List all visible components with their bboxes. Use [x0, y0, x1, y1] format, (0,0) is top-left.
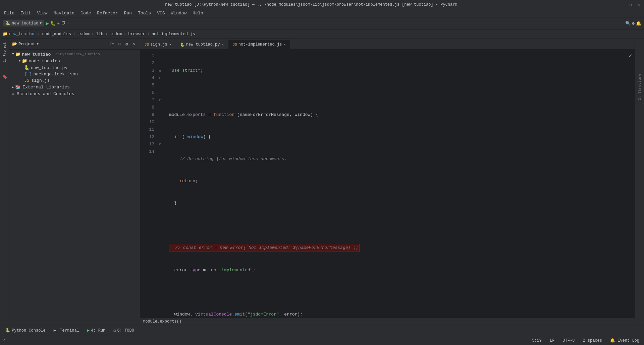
- more-run-button[interactable]: ⋮: [67, 21, 71, 26]
- menu-file[interactable]: File: [1, 10, 17, 16]
- run-button[interactable]: ▶: [46, 20, 49, 27]
- breadcrumb-filename[interactable]: not-implemented.js: [152, 32, 195, 37]
- code-content[interactable]: "use strict"; module.exports = function …: [164, 50, 635, 318]
- menu-code[interactable]: Code: [78, 10, 94, 16]
- python-console-label: Python Console: [12, 328, 46, 333]
- tab-not-implemented-label: not-implemented.js: [238, 42, 282, 47]
- project-label: 1: Project: [3, 42, 6, 62]
- main-area: 1: Project 🔖 📂 Project ▼ ⟳ ⊟ ⚙ ✕: [0, 39, 644, 325]
- fold-4[interactable]: ⊟: [157, 74, 164, 82]
- breadcrumb-jsdom2[interactable]: jsdom: [110, 32, 122, 37]
- structure-panel-button[interactable]: 2: Structure: [638, 72, 642, 101]
- breadcrumb-browser[interactable]: browser: [128, 32, 145, 37]
- breadcrumb-root[interactable]: new_tuotiao: [9, 32, 36, 37]
- collapse-all-button[interactable]: ⊟: [116, 41, 122, 47]
- sync-button[interactable]: ⟳: [109, 41, 115, 47]
- root-path: D:\Python\new_tuotiao: [53, 52, 100, 56]
- tree-node-modules[interactable]: ▼ 📁 node_modules: [9, 58, 140, 64]
- project-tool-button[interactable]: 1: Project: [0, 40, 9, 64]
- todo-button[interactable]: ☑ 6: TODO: [111, 327, 137, 334]
- fold-9: [157, 111, 164, 119]
- tab-sign-js-close[interactable]: ✕: [169, 43, 171, 47]
- fold-13[interactable]: ⊟: [157, 141, 164, 148]
- line-num-4: 4: [140, 74, 154, 82]
- cursor-position[interactable]: 5:19: [530, 338, 544, 344]
- settings-button[interactable]: ⚙: [632, 21, 635, 26]
- structure-side-button[interactable]: [0, 81, 9, 85]
- code-line-5: // Do nothing |for window-less documents…: [169, 155, 635, 163]
- encoding[interactable]: UTF-8: [560, 338, 577, 344]
- code-editor[interactable]: ✓ 1 2 3 4 5 6 7 8 9 10 11 12 13 14: [140, 50, 635, 318]
- package-lock-label: package-lock.json: [33, 72, 78, 77]
- menu-view[interactable]: View: [34, 10, 50, 16]
- line-num-6: 6: [140, 89, 154, 96]
- line-separator[interactable]: LF: [548, 338, 556, 344]
- menu-tools[interactable]: Tools: [135, 10, 154, 16]
- search-everywhere-button[interactable]: 🔍: [625, 21, 631, 26]
- close-button[interactable]: ✕: [636, 2, 641, 7]
- tab-notimpl-icon: JS: [233, 43, 237, 47]
- scratches-label: Scratches and Consoles: [17, 91, 74, 96]
- tab-not-implemented-js[interactable]: JS not-implemented.js ✕: [228, 40, 290, 49]
- event-log-button[interactable]: 🔔 Event Log: [608, 337, 641, 344]
- fold-3[interactable]: ⊟: [157, 67, 164, 74]
- menu-vcs[interactable]: VCS: [154, 10, 167, 16]
- js-file-icon: JS: [24, 78, 30, 83]
- ext-lib-icon: 📚: [15, 84, 20, 90]
- run-label: 4: Run: [91, 328, 105, 333]
- notifications-button[interactable]: 🔔: [636, 21, 641, 26]
- minimize-button[interactable]: –: [620, 2, 625, 7]
- breadcrumb-lib[interactable]: lib: [96, 32, 103, 37]
- python-console-button[interactable]: 🐍 Python Console: [3, 327, 48, 334]
- run-config-selector[interactable]: 🐍 new_tuotiao ▼: [3, 20, 44, 26]
- code-line-11: [169, 289, 635, 296]
- sign-js-label: sign.js: [32, 78, 50, 83]
- status-bar: ✓ 5:19 LF UTF-8 2 spaces 🔔 Event Log: [0, 336, 644, 345]
- tree-package-lock[interactable]: { } package-lock.json: [9, 71, 140, 77]
- indent-setting[interactable]: 2 spaces: [581, 338, 604, 344]
- menu-navigate[interactable]: Navigate: [51, 10, 77, 16]
- menu-help[interactable]: Help: [190, 10, 206, 16]
- tree-root[interactable]: ▼ 📁 new_tuotiao D:\Python\new_tuotiao: [9, 51, 140, 58]
- project-panel: 📂 Project ▼ ⟳ ⊟ ⚙ ✕ ▼ 📁 new_tuotiao D:\P…: [9, 39, 140, 325]
- fold-8: [157, 104, 164, 111]
- coverage-button[interactable]: ☂: [57, 21, 60, 26]
- run-config-icon: 🐍: [5, 21, 10, 26]
- tree-external-libraries[interactable]: ▶ 📚 External Libraries: [9, 84, 140, 90]
- run-panel-button[interactable]: ▶ 4: Run: [85, 327, 108, 334]
- file-valid-indicator: ✓: [629, 52, 632, 59]
- tab-notimpl-close[interactable]: ✕: [284, 43, 286, 47]
- code-line-2: [169, 89, 635, 96]
- line-num-5: 5: [140, 82, 154, 89]
- terminal-button[interactable]: ▶_ Terminal: [51, 327, 82, 334]
- breadcrumb-jsdom1[interactable]: jsdom: [77, 32, 90, 37]
- toolbar-left: 🐍 new_tuotiao ▼ ▶ 🐛 ☂ ⏱ ⋮: [3, 20, 71, 27]
- tree-sign-js[interactable]: JS sign.js: [9, 77, 140, 84]
- close-project-button[interactable]: ✕: [131, 41, 137, 47]
- tree-scratches[interactable]: ✏️ Scratches and Consoles: [9, 90, 140, 97]
- chevron-down-icon: ▼: [40, 21, 42, 25]
- settings-project-button[interactable]: ⚙: [124, 41, 130, 47]
- line-num-7: 7: [140, 96, 154, 104]
- breadcrumb-node-modules[interactable]: node_modules: [42, 32, 71, 37]
- maximize-button[interactable]: ☐: [628, 2, 633, 7]
- editor-tab-bar: JS sign.js ✕ 🐍 new_tuotiao.py ✕ JS not-i…: [140, 39, 635, 50]
- tab-sign-js-label: sign.js: [150, 42, 167, 47]
- debug-button[interactable]: 🐛: [50, 21, 56, 26]
- profile-button[interactable]: ⏱: [61, 21, 65, 26]
- tab-py-close[interactable]: ✕: [222, 43, 224, 47]
- code-line-8: [169, 222, 635, 229]
- line-num-9: 9: [140, 111, 154, 119]
- menu-edit[interactable]: Edit: [18, 10, 34, 16]
- fold-14: [157, 148, 164, 155]
- menu-run[interactable]: Run: [121, 10, 135, 16]
- tree-new-tuotiao-py[interactable]: 🐍 new_tuotiao.py: [9, 64, 140, 71]
- fold-7[interactable]: ⊟: [157, 96, 164, 104]
- menu-refactor[interactable]: Refactor: [94, 10, 120, 16]
- tab-new-tuotiao-py[interactable]: 🐍 new_tuotiao.py ✕: [176, 40, 228, 49]
- menu-window[interactable]: Window: [168, 10, 190, 16]
- tab-sign-js[interactable]: JS sign.js ✕: [140, 40, 176, 49]
- node-modules-label: node_modules: [29, 59, 60, 64]
- bookmarks-button[interactable]: 🔖: [1, 72, 9, 80]
- menu-bar: File Edit View Navigate Code Refactor Ru…: [0, 9, 644, 17]
